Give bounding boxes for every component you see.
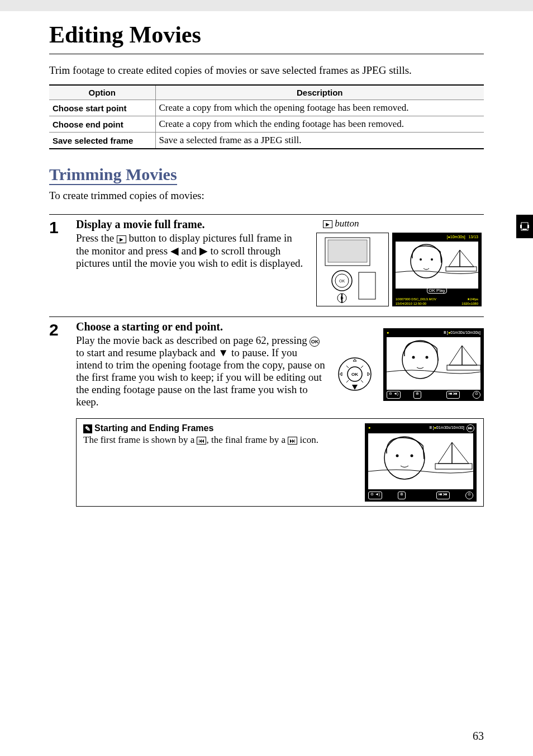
note-body: The first frame is shown by a ⏮, the fin… bbox=[83, 434, 356, 446]
note-title: ✎Starting and Ending Frames bbox=[83, 423, 356, 433]
pause-icon: II bbox=[430, 426, 432, 429]
svg-line-19 bbox=[346, 366, 349, 368]
step-title: Choose a starting or end point. bbox=[76, 320, 326, 333]
table-header-row: Option Description bbox=[49, 85, 484, 100]
svg-line-22 bbox=[361, 380, 363, 382]
right-arrow-icon: ▶ bbox=[199, 245, 208, 257]
svg-rect-5 bbox=[328, 240, 367, 262]
th-description: Description bbox=[155, 85, 484, 100]
cell-option: Save selected frame bbox=[49, 133, 155, 149]
playback-icon: ► bbox=[117, 235, 126, 243]
playback-icon: ► bbox=[323, 220, 332, 228]
dpad-illustration: OK bbox=[337, 357, 372, 391]
left-arrow-icon: ◀ bbox=[170, 245, 179, 257]
svg-point-14 bbox=[420, 258, 422, 261]
svg-point-29 bbox=[396, 455, 399, 457]
svg-rect-10 bbox=[359, 272, 375, 299]
cell-option: Choose start point bbox=[49, 100, 155, 116]
svg-text:OK: OK bbox=[339, 279, 345, 283]
first-frame-icon: ⏮ bbox=[197, 437, 206, 445]
sailboat-illustration bbox=[387, 337, 480, 390]
step-1: 1 Display a movie full frame. Press the … bbox=[49, 218, 484, 306]
svg-rect-23 bbox=[447, 365, 480, 370]
camera-illustration: OK bbox=[316, 233, 389, 306]
step-body: Play the movie back as described on page… bbox=[76, 334, 326, 408]
svg-rect-1 bbox=[522, 229, 527, 230]
svg-point-28 bbox=[384, 437, 425, 479]
step-number: 1 bbox=[49, 218, 76, 306]
figure-label: ► button bbox=[316, 218, 484, 229]
screen-preview: [●10m30s] 13/13 bbox=[392, 233, 482, 306]
cell-desc: Create a copy from which the opening foo… bbox=[155, 100, 484, 116]
th-option: Option bbox=[49, 85, 155, 100]
page-title: Editing Movies bbox=[49, 21, 484, 48]
sailboat-illustration bbox=[396, 242, 478, 289]
svg-line-21 bbox=[346, 380, 349, 382]
svg-point-24 bbox=[402, 341, 438, 379]
ok-play-label: OK Play bbox=[392, 288, 482, 293]
screen-preview: ● II [●01m30s/10m30] ⏭ ⊖ ◄ bbox=[365, 423, 477, 502]
svg-rect-12 bbox=[446, 267, 477, 271]
svg-rect-3 bbox=[527, 225, 529, 228]
intro-text: Trim footage to create edited copies of … bbox=[49, 64, 484, 77]
ok-button-icon: OK bbox=[310, 337, 320, 347]
svg-rect-2 bbox=[520, 225, 522, 228]
svg-text:OK: OK bbox=[351, 372, 358, 377]
cell-desc: Create a copy from which the ending foot… bbox=[155, 116, 484, 133]
table-row: Choose end point Create a copy from whic… bbox=[49, 116, 484, 133]
section-title: Trimming Movies bbox=[49, 165, 177, 185]
svg-line-20 bbox=[361, 366, 363, 368]
side-tab-movie-icon bbox=[516, 215, 533, 238]
table-row: Choose start point Create a copy from wh… bbox=[49, 100, 484, 116]
title-rule bbox=[49, 54, 484, 54]
svg-point-25 bbox=[412, 356, 415, 358]
svg-point-26 bbox=[426, 356, 429, 358]
options-table: Option Description Choose start point Cr… bbox=[49, 84, 484, 149]
last-frame-indicator-icon: ⏭ bbox=[467, 424, 474, 432]
down-arrow-icon: ▼ bbox=[218, 347, 229, 358]
step-divider bbox=[49, 316, 484, 317]
svg-point-15 bbox=[431, 258, 433, 261]
sailboat-illustration bbox=[368, 433, 473, 489]
svg-point-30 bbox=[411, 455, 413, 457]
page-number: 63 bbox=[473, 730, 484, 743]
step-divider bbox=[49, 214, 484, 215]
pause-icon: II bbox=[444, 330, 446, 334]
screen-preview: ● II [●01m30s/10m30s] bbox=[383, 328, 484, 401]
last-frame-icon: ⏭ bbox=[288, 437, 297, 445]
table-row: Save selected frame Save a selected fram… bbox=[49, 133, 484, 149]
step-number: 2 bbox=[49, 320, 76, 408]
page-header-bar bbox=[0, 0, 533, 11]
cell-option: Choose end point bbox=[49, 116, 155, 133]
step-2: 2 Choose a starting or end point. Play t… bbox=[49, 320, 484, 408]
note-box: ✎Starting and Ending Frames The first fr… bbox=[76, 418, 484, 507]
pencil-icon: ✎ bbox=[83, 424, 92, 433]
step-title: Display a movie full frame. bbox=[76, 218, 305, 231]
section-intro: To create trimmed copies of movies: bbox=[49, 190, 484, 202]
step-body: Press the ► button to display pictures f… bbox=[76, 232, 305, 270]
svg-rect-27 bbox=[435, 464, 472, 469]
cell-desc: Save a selected frame as a JPEG still. bbox=[155, 133, 484, 149]
